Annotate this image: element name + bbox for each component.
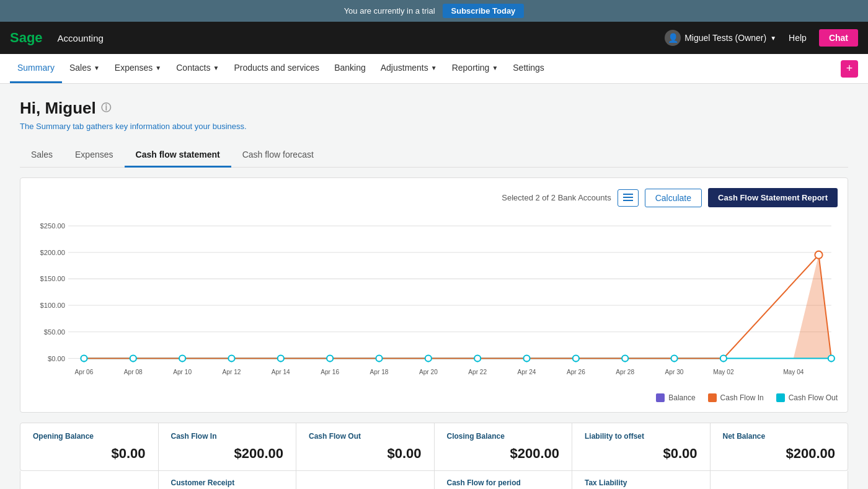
nav-item-products[interactable]: Products and services [226, 54, 327, 83]
closing-balance-card: Closing Balance $200.00 [435, 423, 573, 470]
nav-item-sales[interactable]: Sales ▼ [62, 54, 107, 83]
summary-cards-row2: Customer Receipt $200.00 Cash Flow for p… [20, 471, 848, 489]
tax-liability-label: Tax Liability [585, 478, 698, 487]
chat-button[interactable]: Chat [819, 29, 858, 47]
svg-point-36 [228, 355, 234, 361]
cash-flow-report-button[interactable]: Cash Flow Statement Report [708, 188, 838, 207]
svg-rect-2 [623, 200, 633, 201]
top-nav-right: 👤 Miguel Tests (Owner) ▼ Help Chat [665, 29, 858, 47]
svg-text:Apr 16: Apr 16 [321, 369, 339, 375]
empty-card-2 [296, 471, 435, 489]
filter-icon-button[interactable] [618, 189, 639, 207]
svg-text:May 02: May 02 [713, 369, 734, 375]
svg-point-32 [815, 251, 822, 259]
closing-balance-label: Closing Balance [447, 432, 560, 441]
contacts-chevron-icon: ▼ [213, 65, 219, 71]
net-balance-card: Net Balance $200.00 [711, 423, 848, 470]
svg-text:$0.00: $0.00 [48, 355, 65, 362]
trial-message: You are currently in a trial [344, 6, 435, 16]
legend-cash-flow-in: Cash Flow In [708, 393, 764, 402]
svg-point-34 [130, 355, 136, 361]
tab-cash-flow-forecast[interactable]: Cash flow forecast [231, 143, 325, 168]
liability-offset-value: $0.00 [585, 446, 698, 462]
net-balance-label: Net Balance [723, 432, 836, 441]
cash-flow-in-label: Cash Flow In [171, 432, 284, 441]
svg-text:Apr 28: Apr 28 [616, 369, 634, 375]
user-name: Miguel Tests (Owner) [684, 33, 766, 43]
cash-flow-out-color-swatch [776, 393, 785, 402]
svg-point-47 [828, 355, 835, 361]
svg-point-40 [425, 355, 432, 361]
svg-point-38 [327, 355, 333, 361]
svg-point-46 [720, 355, 727, 361]
nav-item-settings[interactable]: Settings [505, 54, 552, 83]
liability-offset-label: Liability to offset [585, 432, 698, 441]
greeting-help-icon[interactable]: ⓘ [101, 102, 111, 115]
cash-flow-out-label: Cash Flow Out [309, 432, 422, 441]
user-avatar-icon: 👤 [665, 30, 681, 46]
svg-point-43 [573, 355, 579, 361]
reporting-chevron-icon: ▼ [492, 65, 498, 71]
content-tabs: Sales Expenses Cash flow statement Cash … [20, 143, 848, 168]
nav-item-banking[interactable]: Banking [327, 54, 373, 83]
nav-item-reporting[interactable]: Reporting ▼ [445, 54, 506, 83]
subscribe-button[interactable]: Subscribe Today [443, 4, 525, 18]
svg-point-44 [622, 355, 628, 361]
page-content: Hi, Miguel ⓘ The Summary tab gathers key… [0, 84, 868, 489]
svg-point-33 [81, 355, 87, 361]
svg-text:Apr 22: Apr 22 [468, 369, 487, 375]
svg-text:Apr 30: Apr 30 [665, 369, 684, 375]
legend-balance: Balance [656, 393, 695, 402]
svg-point-42 [523, 355, 529, 361]
chart-header: Selected 2 of 2 Bank Accounts Calculate … [30, 188, 838, 207]
page-greeting: Hi, Miguel ⓘ The Summary tab gathers key… [20, 99, 848, 131]
sales-chevron-icon: ▼ [94, 65, 100, 71]
svg-point-39 [376, 355, 382, 361]
opening-balance-label: Opening Balance [33, 432, 146, 441]
trial-banner: You are currently in a trial Subscribe T… [0, 0, 868, 22]
customer-receipt-label: Customer Receipt [171, 478, 284, 487]
svg-text:$50.00: $50.00 [44, 328, 65, 336]
legend-balance-label: Balance [668, 393, 695, 402]
opening-balance-value: $0.00 [33, 446, 146, 462]
opening-balance-card: Opening Balance $0.00 [20, 423, 159, 470]
cash-flow-in-color-swatch [708, 393, 717, 402]
svg-rect-1 [623, 197, 633, 198]
customer-receipt-card: Customer Receipt $200.00 [159, 471, 297, 489]
svg-text:Apr 08: Apr 08 [124, 369, 143, 375]
summary-cards-row1: Opening Balance $0.00 Cash Flow In $200.… [20, 423, 848, 471]
svg-rect-0 [623, 194, 633, 195]
filter-icon [623, 194, 633, 201]
empty-card-3 [711, 471, 848, 489]
svg-text:Apr 10: Apr 10 [173, 369, 192, 375]
tab-expenses[interactable]: Expenses [64, 143, 124, 168]
user-menu[interactable]: 👤 Miguel Tests (Owner) ▼ [665, 30, 776, 46]
nav-item-contacts[interactable]: Contacts ▼ [169, 54, 226, 83]
top-navigation: Sage Accounting 👤 Miguel Tests (Owner) ▼… [0, 22, 868, 54]
tab-cash-flow-statement[interactable]: Cash flow statement [125, 143, 231, 168]
page-subtitle: The Summary tab gathers key information … [20, 122, 848, 131]
svg-point-37 [278, 355, 284, 361]
svg-text:Apr 06: Apr 06 [74, 369, 93, 375]
legend-cash-flow-in-label: Cash Flow In [720, 393, 764, 402]
legend-cash-flow-out-label: Cash Flow Out [789, 393, 838, 402]
svg-text:$150.00: $150.00 [40, 275, 65, 282]
adjustments-chevron-icon: ▼ [431, 65, 437, 71]
nav-item-adjustments[interactable]: Adjustments ▼ [373, 54, 445, 83]
user-chevron-icon: ▼ [770, 35, 776, 42]
nav-plus-button[interactable]: + [841, 60, 858, 78]
help-link[interactable]: Help [789, 33, 807, 43]
svg-text:Apr 12: Apr 12 [223, 369, 241, 375]
greeting-text: Hi, Miguel [20, 99, 96, 118]
calculate-button[interactable]: Calculate [645, 189, 702, 207]
cash-flow-in-card: Cash Flow In $200.00 [159, 423, 297, 470]
sage-logo: Sage [10, 30, 43, 46]
closing-balance-value: $200.00 [447, 446, 560, 462]
chart-area: $250.00 $200.00 $150.00 $100.00 $50.00 $… [30, 215, 838, 388]
svg-text:$200.00: $200.00 [40, 249, 65, 256]
nav-item-summary[interactable]: Summary [10, 54, 62, 83]
tab-sales[interactable]: Sales [20, 143, 64, 168]
balance-color-swatch [656, 393, 665, 402]
nav-item-expenses[interactable]: Expenses ▼ [107, 54, 169, 83]
svg-point-35 [179, 355, 185, 361]
